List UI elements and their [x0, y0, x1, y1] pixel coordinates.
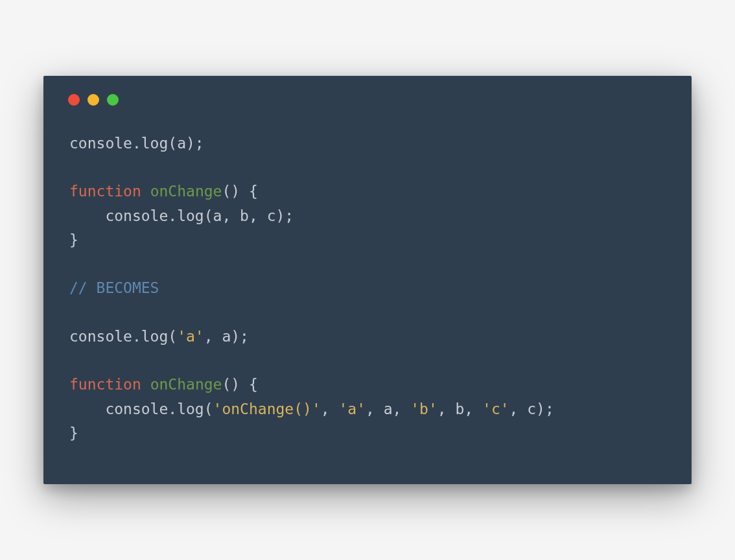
- code-token: function: [69, 376, 141, 393]
- code-line: console.log(a);: [69, 132, 666, 156]
- code-line: console.log('onChange()', 'a', a, 'b', b…: [69, 397, 666, 421]
- code-token: [141, 376, 150, 393]
- code-token: 'a': [338, 401, 366, 417]
- code-line: }: [69, 228, 666, 252]
- code-token: console.log(a);: [69, 135, 204, 152]
- code-line: console.log('a', a);: [69, 325, 666, 349]
- maximize-icon[interactable]: [107, 94, 119, 106]
- code-token: 'b': [410, 401, 438, 417]
- code-line: [69, 301, 666, 325]
- code-token: function: [69, 183, 141, 200]
- code-line: function onChange() {: [69, 373, 666, 397]
- code-window: console.log(a); function onChange() { co…: [43, 76, 692, 484]
- code-token: 'a': [177, 328, 204, 345]
- code-token: // BECOMES: [69, 279, 159, 296]
- code-token: ,: [321, 401, 339, 417]
- code-token: , c);: [509, 401, 554, 417]
- code-token: 'c': [482, 401, 509, 417]
- code-token: [141, 183, 150, 200]
- code-token: () {: [222, 376, 257, 393]
- code-token: 'onChange()': [213, 401, 321, 417]
- code-line: [69, 252, 666, 276]
- code-line: }: [69, 421, 666, 445]
- code-token: () {: [222, 183, 257, 200]
- code-token: console.log(: [69, 328, 177, 345]
- code-token: console.log(: [69, 401, 213, 417]
- code-token: , a,: [366, 401, 410, 417]
- minimize-icon[interactable]: [88, 94, 99, 106]
- code-line: // BECOMES: [69, 276, 666, 300]
- code-token: , a);: [204, 328, 249, 345]
- code-line: [69, 156, 666, 180]
- window-titlebar: [43, 76, 692, 119]
- code-content: console.log(a); function onChange() { co…: [43, 119, 692, 445]
- code-token: console.log(a, b, c);: [69, 207, 294, 224]
- code-token: onChange: [150, 376, 222, 393]
- code-token: }: [69, 425, 78, 441]
- code-line: [69, 349, 666, 373]
- close-icon[interactable]: [68, 94, 80, 106]
- code-line: function onChange() {: [69, 180, 666, 204]
- code-token: onChange: [150, 183, 222, 200]
- code-token: , b,: [438, 401, 482, 417]
- code-line: console.log(a, b, c);: [69, 204, 666, 228]
- code-token: }: [69, 231, 78, 248]
